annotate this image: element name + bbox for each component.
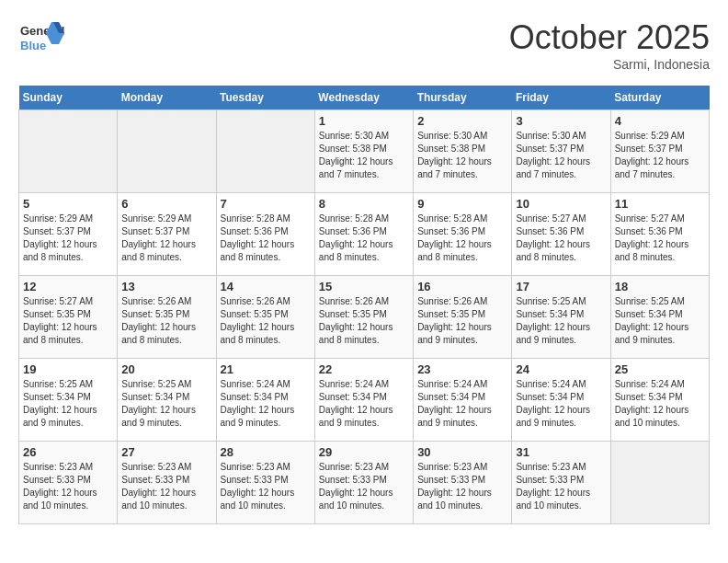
day-detail: Sunrise: 5:24 AM Sunset: 5:34 PM Dayligh… <box>221 378 311 430</box>
day-detail: Sunrise: 5:30 AM Sunset: 5:38 PM Dayligh… <box>319 130 409 181</box>
day-number: 3 <box>516 114 606 128</box>
weekday-header-tuesday: Tuesday <box>216 86 314 110</box>
day-detail: Sunrise: 5:28 AM Sunset: 5:36 PM Dayligh… <box>221 213 311 264</box>
day-number: 9 <box>417 197 507 211</box>
day-detail: Sunrise: 5:26 AM Sunset: 5:35 PM Dayligh… <box>319 295 409 347</box>
calendar-cell <box>118 110 216 193</box>
day-detail: Sunrise: 5:24 AM Sunset: 5:34 PM Dayligh… <box>516 378 606 430</box>
day-detail: Sunrise: 5:27 AM Sunset: 5:36 PM Dayligh… <box>516 213 606 264</box>
week-row-4: 19Sunrise: 5:25 AM Sunset: 5:34 PM Dayli… <box>19 359 710 442</box>
day-number: 24 <box>516 362 606 376</box>
day-detail: Sunrise: 5:29 AM Sunset: 5:37 PM Dayligh… <box>23 213 113 264</box>
calendar-cell <box>19 110 118 193</box>
weekday-header-wednesday: Wednesday <box>314 86 413 110</box>
weekday-header-friday: Friday <box>512 86 610 110</box>
day-number: 12 <box>23 280 113 293</box>
calendar-cell: 21Sunrise: 5:24 AM Sunset: 5:34 PM Dayli… <box>216 359 314 442</box>
calendar-cell: 24Sunrise: 5:24 AM Sunset: 5:34 PM Dayli… <box>512 359 610 442</box>
day-number: 28 <box>221 445 311 459</box>
day-detail: Sunrise: 5:25 AM Sunset: 5:34 PM Dayligh… <box>615 295 705 347</box>
day-number: 10 <box>516 197 606 211</box>
location-subtitle: Sarmi, Indonesia <box>509 57 710 72</box>
day-detail: Sunrise: 5:24 AM Sunset: 5:34 PM Dayligh… <box>319 378 409 430</box>
calendar-cell: 5Sunrise: 5:29 AM Sunset: 5:37 PM Daylig… <box>19 193 118 276</box>
calendar-cell: 7Sunrise: 5:28 AM Sunset: 5:36 PM Daylig… <box>216 193 314 276</box>
day-number: 26 <box>23 445 113 459</box>
calendar-cell: 30Sunrise: 5:23 AM Sunset: 5:33 PM Dayli… <box>414 442 512 524</box>
calendar-cell: 10Sunrise: 5:27 AM Sunset: 5:36 PM Dayli… <box>512 193 610 276</box>
day-detail: Sunrise: 5:26 AM Sunset: 5:35 PM Dayligh… <box>417 295 507 347</box>
calendar-cell: 3Sunrise: 5:30 AM Sunset: 5:37 PM Daylig… <box>512 110 610 193</box>
month-title: October 2025 <box>509 18 710 57</box>
weekday-header-thursday: Thursday <box>414 86 512 110</box>
calendar-table: SundayMondayTuesdayWednesdayThursdayFrid… <box>18 86 710 524</box>
title-section: October 2025 Sarmi, Indonesia <box>509 18 710 72</box>
calendar-cell: 29Sunrise: 5:23 AM Sunset: 5:33 PM Dayli… <box>314 442 413 524</box>
calendar-cell: 15Sunrise: 5:26 AM Sunset: 5:35 PM Dayli… <box>314 276 413 359</box>
logo-svg: General Blue <box>18 18 64 59</box>
calendar-cell: 12Sunrise: 5:27 AM Sunset: 5:35 PM Dayli… <box>19 276 118 359</box>
day-detail: Sunrise: 5:25 AM Sunset: 5:34 PM Dayligh… <box>23 378 113 430</box>
calendar-cell: 14Sunrise: 5:26 AM Sunset: 5:35 PM Dayli… <box>216 276 314 359</box>
day-number: 22 <box>319 362 409 376</box>
weekday-header-sunday: Sunday <box>19 86 118 110</box>
day-number: 23 <box>417 362 507 376</box>
calendar-cell: 26Sunrise: 5:23 AM Sunset: 5:33 PM Dayli… <box>19 442 118 524</box>
week-row-5: 26Sunrise: 5:23 AM Sunset: 5:33 PM Dayli… <box>19 442 710 524</box>
day-detail: Sunrise: 5:30 AM Sunset: 5:38 PM Dayligh… <box>417 130 507 181</box>
day-number: 31 <box>516 445 606 459</box>
day-detail: Sunrise: 5:25 AM Sunset: 5:34 PM Dayligh… <box>121 378 211 430</box>
calendar-cell: 31Sunrise: 5:23 AM Sunset: 5:33 PM Dayli… <box>512 442 610 524</box>
day-number: 30 <box>417 445 507 459</box>
calendar-cell: 13Sunrise: 5:26 AM Sunset: 5:35 PM Dayli… <box>118 276 216 359</box>
day-number: 18 <box>615 280 705 293</box>
day-number: 17 <box>516 280 606 293</box>
calendar-cell: 27Sunrise: 5:23 AM Sunset: 5:33 PM Dayli… <box>118 442 216 524</box>
day-number: 11 <box>615 197 705 211</box>
calendar-cell <box>216 110 314 193</box>
day-detail: Sunrise: 5:28 AM Sunset: 5:36 PM Dayligh… <box>319 213 409 264</box>
calendar-cell: 17Sunrise: 5:25 AM Sunset: 5:34 PM Dayli… <box>512 276 610 359</box>
day-number: 2 <box>417 114 507 128</box>
calendar-cell: 16Sunrise: 5:26 AM Sunset: 5:35 PM Dayli… <box>414 276 512 359</box>
calendar-cell: 28Sunrise: 5:23 AM Sunset: 5:33 PM Dayli… <box>216 442 314 524</box>
day-detail: Sunrise: 5:28 AM Sunset: 5:36 PM Dayligh… <box>417 213 507 264</box>
day-detail: Sunrise: 5:23 AM Sunset: 5:33 PM Dayligh… <box>23 461 113 512</box>
logo: General Blue <box>18 18 64 59</box>
day-detail: Sunrise: 5:30 AM Sunset: 5:37 PM Dayligh… <box>516 130 606 181</box>
page-header: General Blue October 2025 Sarmi, Indones… <box>18 18 710 72</box>
calendar-cell: 6Sunrise: 5:29 AM Sunset: 5:37 PM Daylig… <box>118 193 216 276</box>
day-detail: Sunrise: 5:23 AM Sunset: 5:33 PM Dayligh… <box>417 461 507 512</box>
day-number: 15 <box>319 280 409 293</box>
week-row-2: 5Sunrise: 5:29 AM Sunset: 5:37 PM Daylig… <box>19 193 710 276</box>
svg-text:Blue: Blue <box>20 39 46 52</box>
day-number: 27 <box>121 445 211 459</box>
calendar-cell <box>610 442 709 524</box>
day-number: 7 <box>221 197 311 211</box>
day-number: 19 <box>23 362 113 376</box>
day-number: 5 <box>23 197 113 211</box>
day-detail: Sunrise: 5:26 AM Sunset: 5:35 PM Dayligh… <box>121 295 211 347</box>
day-detail: Sunrise: 5:24 AM Sunset: 5:34 PM Dayligh… <box>615 378 705 430</box>
calendar-cell: 9Sunrise: 5:28 AM Sunset: 5:36 PM Daylig… <box>414 193 512 276</box>
calendar-cell: 4Sunrise: 5:29 AM Sunset: 5:37 PM Daylig… <box>610 110 709 193</box>
day-detail: Sunrise: 5:23 AM Sunset: 5:33 PM Dayligh… <box>319 461 409 512</box>
calendar-cell: 11Sunrise: 5:27 AM Sunset: 5:36 PM Dayli… <box>610 193 709 276</box>
day-detail: Sunrise: 5:29 AM Sunset: 5:37 PM Dayligh… <box>615 130 705 181</box>
calendar-cell: 20Sunrise: 5:25 AM Sunset: 5:34 PM Dayli… <box>118 359 216 442</box>
weekday-header-row: SundayMondayTuesdayWednesdayThursdayFrid… <box>19 86 710 110</box>
day-number: 8 <box>319 197 409 211</box>
calendar-cell: 23Sunrise: 5:24 AM Sunset: 5:34 PM Dayli… <box>414 359 512 442</box>
calendar-cell: 2Sunrise: 5:30 AM Sunset: 5:38 PM Daylig… <box>414 110 512 193</box>
day-number: 16 <box>417 280 507 293</box>
week-row-1: 1Sunrise: 5:30 AM Sunset: 5:38 PM Daylig… <box>19 110 710 193</box>
day-detail: Sunrise: 5:24 AM Sunset: 5:34 PM Dayligh… <box>417 378 507 430</box>
calendar-cell: 25Sunrise: 5:24 AM Sunset: 5:34 PM Dayli… <box>610 359 709 442</box>
calendar-cell: 19Sunrise: 5:25 AM Sunset: 5:34 PM Dayli… <box>19 359 118 442</box>
day-detail: Sunrise: 5:25 AM Sunset: 5:34 PM Dayligh… <box>516 295 606 347</box>
week-row-3: 12Sunrise: 5:27 AM Sunset: 5:35 PM Dayli… <box>19 276 710 359</box>
day-number: 25 <box>615 362 705 376</box>
day-detail: Sunrise: 5:23 AM Sunset: 5:33 PM Dayligh… <box>516 461 606 512</box>
day-detail: Sunrise: 5:23 AM Sunset: 5:33 PM Dayligh… <box>121 461 211 512</box>
day-number: 29 <box>319 445 409 459</box>
